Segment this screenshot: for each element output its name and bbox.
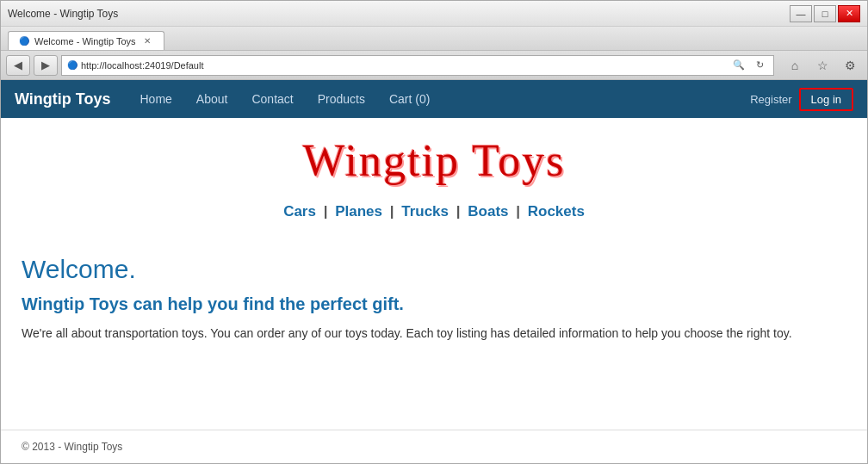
welcome-subheading: Wingtip Toys can help you find the perfe… xyxy=(22,294,846,314)
page-content: Wingtip Toys Home About Contact Products… xyxy=(1,80,867,463)
welcome-body: We're all about transportation toys. You… xyxy=(22,325,797,343)
browser-window: Welcome - Wingtip Toys — □ ✕ 🔵 Welcome -… xyxy=(0,0,868,464)
site-title: Wingtip Toys xyxy=(1,135,867,186)
nav-about[interactable]: About xyxy=(184,80,240,118)
login-button[interactable]: Log in xyxy=(799,88,853,111)
url-text: http://localhost:24019/Default xyxy=(81,60,727,71)
tab-bar: 🔵 Welcome - Wingtip Toys ✕ xyxy=(1,27,867,51)
sep-2: | xyxy=(390,203,394,220)
back-icon: ◀ xyxy=(14,59,22,71)
footer-text: © 2013 - Wingtip Toys xyxy=(22,441,122,453)
url-bar[interactable]: 🔵 http://localhost:24019/Default 🔍 ↻ xyxy=(61,55,774,76)
tab-close-button[interactable]: ✕ xyxy=(141,35,153,47)
category-rockets[interactable]: Rockets xyxy=(528,203,585,220)
nav-contact[interactable]: Contact xyxy=(239,80,305,118)
address-bar: ◀ ▶ 🔵 http://localhost:24019/Default 🔍 ↻… xyxy=(1,51,867,80)
category-cars[interactable]: Cars xyxy=(283,203,316,220)
site-title-container: Wingtip Toys xyxy=(1,118,867,195)
title-bar-text: Welcome - Wingtip Toys xyxy=(8,8,118,20)
forward-button[interactable]: ▶ xyxy=(34,55,58,76)
home-icon[interactable]: ⌂ xyxy=(783,55,807,76)
forward-icon: ▶ xyxy=(41,59,50,71)
nav-cart[interactable]: Cart (0) xyxy=(377,80,442,118)
navbar-links: Home About Contact Products Cart (0) xyxy=(128,80,751,118)
sep-3: | xyxy=(456,203,461,220)
nav-home[interactable]: Home xyxy=(128,80,184,118)
sep-1: | xyxy=(324,203,328,220)
navbar-brand[interactable]: Wingtip Toys xyxy=(15,90,111,108)
title-bar: Welcome - Wingtip Toys — □ ✕ xyxy=(1,1,867,27)
tab-label: Welcome - Wingtip Toys xyxy=(34,36,136,46)
title-bar-left: Welcome - Wingtip Toys xyxy=(8,8,118,20)
maximize-button[interactable]: □ xyxy=(814,5,836,22)
url-search-icon[interactable]: 🔍 xyxy=(730,57,747,74)
category-trucks[interactable]: Trucks xyxy=(401,203,449,220)
category-planes[interactable]: Planes xyxy=(335,203,382,220)
toolbar-right: ⌂ ☆ ⚙ xyxy=(783,55,862,76)
settings-icon[interactable]: ⚙ xyxy=(838,55,862,76)
url-favicon: 🔵 xyxy=(67,60,78,70)
minimize-button[interactable]: — xyxy=(790,5,812,22)
tab-favicon: 🔵 xyxy=(19,36,29,46)
navbar-right: Register Log in xyxy=(750,88,853,111)
window-controls[interactable]: — □ ✕ xyxy=(790,5,860,22)
url-refresh-icon[interactable]: ↻ xyxy=(751,57,768,74)
main-content: Welcome. Wingtip Toys can help you find … xyxy=(1,238,867,430)
category-links: Cars | Planes | Trucks | Boats | Rockets xyxy=(1,195,867,238)
back-button[interactable]: ◀ xyxy=(6,55,30,76)
welcome-heading: Welcome. xyxy=(22,255,846,284)
sep-4: | xyxy=(516,203,520,220)
navbar: Wingtip Toys Home About Contact Products… xyxy=(1,80,867,118)
nav-products[interactable]: Products xyxy=(306,80,377,118)
active-tab[interactable]: 🔵 Welcome - Wingtip Toys ✕ xyxy=(8,31,164,50)
close-button[interactable]: ✕ xyxy=(838,5,860,22)
favorites-icon[interactable]: ☆ xyxy=(810,55,834,76)
page-footer: © 2013 - Wingtip Toys xyxy=(1,430,867,463)
category-boats[interactable]: Boats xyxy=(468,203,508,220)
register-link[interactable]: Register xyxy=(750,93,791,106)
